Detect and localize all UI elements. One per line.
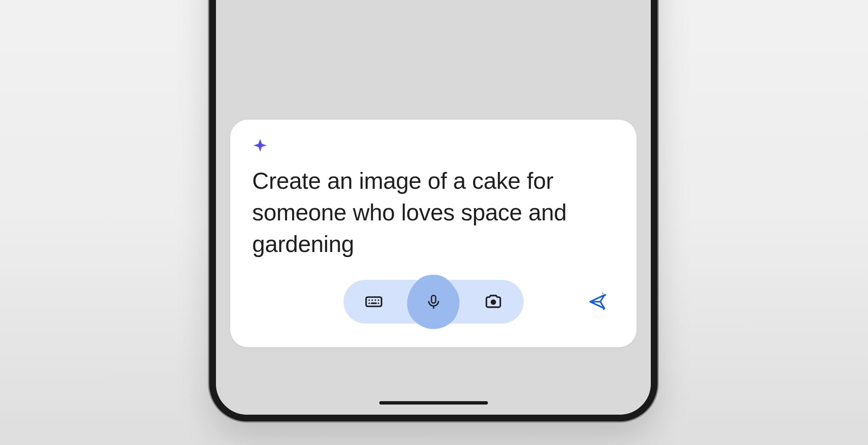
svg-rect-0 — [366, 297, 381, 306]
prompt-text[interactable]: Create an image of a cake for someone wh… — [252, 165, 615, 260]
camera-button[interactable] — [480, 288, 507, 315]
input-mode-group — [343, 280, 524, 324]
keyboard-icon — [365, 292, 383, 311]
svg-point-13 — [602, 293, 604, 294]
svg-point-12 — [604, 294, 606, 296]
prompt-card: Create an image of a cake for someone wh… — [230, 120, 636, 347]
phone-frame: Create an image of a cake for someone wh… — [209, 0, 658, 421]
keyboard-button[interactable] — [360, 288, 387, 315]
svg-point-14 — [603, 309, 604, 311]
send-icon — [588, 292, 608, 312]
phone-screen: Create an image of a cake for someone wh… — [216, 0, 651, 415]
svg-rect-8 — [431, 295, 436, 303]
microphone-icon — [425, 293, 442, 310]
microphone-button[interactable] — [420, 288, 447, 315]
svg-point-10 — [491, 300, 495, 304]
input-toolbar — [252, 276, 615, 327]
home-indicator[interactable] — [379, 401, 488, 405]
send-button[interactable] — [585, 289, 610, 314]
camera-icon — [484, 292, 503, 311]
sparkle-icon — [252, 137, 268, 153]
